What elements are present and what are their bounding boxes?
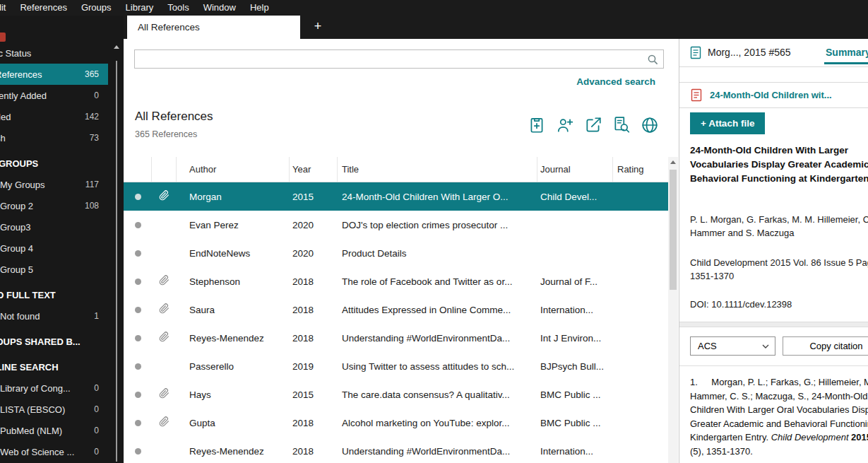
status-cell — [124, 420, 152, 426]
column-header-title[interactable]: Title — [338, 157, 537, 182]
sidebar-item[interactable]: Web of Science ... 0 — [0, 441, 108, 462]
author-cell: EndNoteNews — [177, 248, 290, 259]
sidebar-item-label: PubMed (NLM) — [0, 426, 62, 436]
share-library-button[interactable] — [555, 115, 574, 134]
advanced-search-link[interactable]: Advanced search — [576, 76, 655, 87]
sidebar-item[interactable]: Unfiled 142 — [0, 106, 108, 127]
sidebar-item[interactable]: Group 4 — [0, 238, 108, 259]
sidebar-item[interactable]: Trash 73 — [0, 127, 108, 148]
menu-item[interactable]: Tools — [160, 0, 196, 16]
list-scrollbar[interactable] — [668, 157, 678, 463]
panel-splitter[interactable] — [679, 322, 868, 327]
export-reference-button[interactable] — [583, 115, 602, 134]
sidebar-item-label: Group 4 — [0, 243, 33, 254]
sidebar-item[interactable]: LISTA (EBSCO) 0 — [0, 399, 108, 420]
column-header-year[interactable]: Year — [290, 157, 338, 182]
menu-bar: EditReferencesGroupsLibraryToolsWindowHe… — [0, 0, 868, 16]
sidebar-item-count: 0 — [94, 404, 99, 414]
year-cell: 2018 — [290, 276, 338, 287]
column-header-author[interactable]: Author — [177, 157, 290, 182]
pdf-icon — [691, 88, 702, 102]
reference-authors: P. L. Morgan, G. Farkas, M. M. Hillemeie… — [690, 213, 868, 240]
scroll-up-icon[interactable] — [114, 45, 119, 49]
sidebar-item-label: MY GROUPS — [0, 158, 38, 169]
menu-item[interactable]: Library — [119, 0, 161, 16]
sidebar-scrollbar[interactable] — [112, 44, 121, 463]
column-header-attachment[interactable] — [152, 157, 177, 182]
attachment-item[interactable]: 24-Month-Old Children wit... — [679, 82, 868, 108]
sidebar-item-label: GROUPS SHARED B... — [0, 336, 81, 347]
find-full-text-button[interactable] — [612, 115, 631, 134]
page-title: All References — [135, 110, 213, 124]
menu-item[interactable]: Help — [243, 0, 276, 16]
year-cell: 2019 — [290, 361, 338, 372]
sidebar-item-count: 0 — [94, 90, 99, 100]
tab-all-references[interactable]: All References — [127, 16, 300, 39]
year-cell: 2015 — [290, 389, 338, 400]
reference-row[interactable]: Hays 2015 The care.data consensus? A qua… — [124, 380, 668, 409]
title-cell: Understanding #WorldEnvironmentDa... — [338, 333, 537, 344]
library-icon — [0, 33, 6, 42]
year-cell: 2018 — [290, 418, 338, 428]
sidebar-item-count: 108 — [85, 201, 99, 211]
sidebar-item[interactable]: PubMed (NLM) 0 — [0, 420, 108, 441]
reference-row[interactable]: Evan Perez 2020 DOJ's top election crime… — [124, 211, 668, 239]
citation-style-select[interactable]: ACS — [690, 336, 775, 356]
reference-row[interactable]: Morgan 2015 24-Month-Old Children With L… — [124, 182, 668, 211]
reference-row[interactable]: EndNoteNews 2020 Product Details — [124, 239, 668, 267]
menu-item[interactable]: Window — [196, 0, 243, 16]
copy-citation-button[interactable]: Copy citation — [783, 336, 868, 356]
sidebar-item[interactable]: Library of Cong... 0 — [0, 377, 108, 399]
sidebar-item[interactable]: Group 2 108 — [0, 195, 108, 216]
reference-row[interactable]: Saura 2018 Attitudes Expressed in Online… — [124, 295, 668, 324]
unread-dot — [135, 194, 141, 200]
column-header-status[interactable] — [124, 157, 152, 182]
sidebar-item[interactable]: Group 5 — [0, 259, 108, 280]
column-header-journal[interactable]: Journal — [537, 157, 613, 182]
title-cell: Alcohol marketing on YouTube: explor... — [338, 418, 537, 428]
sidebar-item[interactable]: Recently Added 0 — [0, 85, 108, 106]
sidebar-item[interactable]: All References 365 — [0, 64, 108, 85]
unread-dot — [135, 363, 141, 370]
new-tab-button[interactable]: + — [309, 16, 327, 39]
author-cell: Saura — [177, 305, 290, 315]
sidebar-item[interactable]: Group3 — [0, 216, 108, 238]
menu-item[interactable]: Edit — [0, 0, 13, 16]
sidebar-item[interactable]: MY GROUPS — [0, 153, 108, 174]
menu-items: EditReferencesGroupsLibraryToolsWindowHe… — [0, 0, 868, 16]
reference-row[interactable]: Passerello 2019 Using Twitter to assess … — [124, 352, 668, 380]
online-search-button[interactable] — [640, 115, 659, 134]
paperclip-icon — [159, 388, 170, 401]
title-cell: Understanding #WorldEnvironmentDa... — [338, 446, 537, 457]
endnote-window: EditReferencesGroupsLibraryToolsWindowHe… — [0, 0, 868, 463]
search-input[interactable] — [135, 50, 663, 68]
clipboard-plus-icon — [528, 116, 546, 134]
reference-row[interactable]: Stephenson 2018 The role of Facebook and… — [124, 267, 668, 295]
menu-item[interactable]: Groups — [74, 0, 119, 16]
sidebar-item[interactable]: GROUPS SHARED B... — [0, 331, 108, 352]
sidebar-item[interactable]: Sync Status — [0, 42, 108, 64]
sidebar-item-label: Sync Status — [0, 48, 31, 59]
journal-cell: Int J Environ... — [537, 333, 613, 344]
scrollbar-thumb[interactable] — [670, 170, 677, 290]
menu-item[interactable]: References — [13, 0, 73, 16]
attach-file-button[interactable]: + Attach file — [690, 112, 765, 134]
sidebar-item-label: My Groups — [0, 180, 45, 190]
reference-row[interactable]: Reyes-Menendez 2018 Understanding #World… — [124, 437, 668, 463]
sidebar-item[interactable]: My Groups 117 — [0, 174, 108, 195]
scrollbar-track[interactable] — [116, 61, 117, 462]
sidebar-item[interactable]: FIND FULL TEXT — [0, 284, 108, 305]
journal-cell: BMC Public ... — [537, 418, 613, 428]
scroll-up-icon[interactable] — [670, 160, 676, 164]
sidebar-item[interactable]: Not found 1 — [0, 305, 108, 327]
sidebar-item[interactable]: ONLINE SEARCH — [0, 356, 108, 377]
reference-row[interactable]: Reyes-Menendez 2018 Understanding #World… — [124, 324, 668, 352]
table-header: Author Year Title Journal Rating — [124, 157, 668, 182]
reference-row[interactable]: Gupta 2018 Alcohol marketing on YouTube:… — [124, 409, 668, 437]
sidebar-item-label: Not found — [0, 311, 40, 322]
add-reference-button[interactable] — [527, 115, 546, 134]
sidebar-item-label: Unfiled — [0, 112, 11, 122]
tab-summary[interactable]: Summary — [826, 47, 868, 58]
column-header-rating[interactable]: Rating — [613, 157, 668, 182]
journal-cell: BMC Public ... — [537, 389, 613, 400]
